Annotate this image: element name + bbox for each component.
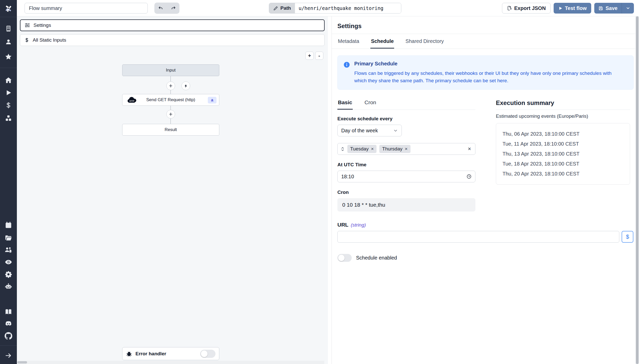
tab-metadata[interactable]: Metadata [337, 34, 360, 49]
zoom-out-label: - [318, 53, 320, 59]
schedule-enabled-label: Schedule enabled [356, 255, 397, 261]
execution-summary: Execution summary Estimated upcoming eve… [496, 99, 630, 212]
collapse-arrow-icon[interactable] [5, 352, 12, 359]
settings-panel: Settings Metadata Schedule Shared Direct… [332, 16, 639, 364]
info-icon [343, 61, 350, 68]
schedule-mode-tabs: Basic Cron [337, 99, 475, 110]
all-static-inputs-label: All Static Inputs [33, 37, 66, 43]
flow-summary-input[interactable] [25, 3, 148, 14]
upcoming-events-box: Thu, 06 Apr 2023, 18:10:00 CEST Tue, 11 … [496, 123, 630, 185]
tag-label: Thursday [382, 146, 402, 152]
utc-time-label: At UTC Time [337, 162, 475, 168]
horizontal-scrollbar[interactable] [17, 361, 324, 364]
audit-logs-eye-icon[interactable] [5, 258, 13, 266]
variables-dollar-icon[interactable] [5, 102, 12, 109]
undo-button[interactable] [154, 3, 167, 14]
event-row: Thu, 06 Apr 2023, 18:10:00 CEST [503, 129, 626, 139]
dollar-icon [24, 38, 29, 43]
sliders-icon [25, 22, 30, 28]
add-step-button[interactable] [166, 110, 175, 119]
cron-label: Cron [337, 190, 475, 195]
error-handler-label: Error handler [135, 351, 166, 357]
weekday-multiselect[interactable]: Tuesday × Thursday × × [337, 143, 475, 155]
all-static-inputs-item[interactable]: All Static Inputs [20, 34, 325, 46]
http-cloud-icon: HTTP [127, 97, 137, 104]
save-dropdown-button[interactable] [622, 3, 634, 14]
bug-icon [126, 351, 132, 357]
clock-icon [466, 174, 472, 179]
topbar: Path Export JSON Test flow Save [17, 0, 639, 16]
cron-expression: 0 10 18 * * tue,thu [337, 198, 475, 212]
frequency-select[interactable]: Day of the week [337, 125, 402, 136]
export-json-label: Export JSON [514, 5, 546, 11]
workers-robot-icon[interactable] [5, 283, 12, 290]
trigger-bolt-button[interactable] [181, 81, 190, 90]
undo-icon [158, 5, 164, 11]
event-row: Thu, 20 Apr 2023, 18:10:00 CEST [503, 169, 626, 179]
discord-icon[interactable] [5, 320, 13, 328]
zoom-out-button[interactable]: - [315, 52, 323, 60]
schedules-calendar-icon[interactable] [5, 221, 12, 229]
time-input[interactable]: 18:10 [337, 171, 475, 182]
remove-tag-button[interactable]: × [405, 146, 407, 152]
panel-title: Settings [332, 16, 639, 34]
flow-settings-item[interactable]: Settings [20, 19, 325, 31]
tab-shared-directory[interactable]: Shared Directory [405, 34, 444, 49]
execution-summary-title: Execution summary [496, 99, 630, 110]
tag-tuesday: Tuesday × [347, 145, 376, 153]
chevron-down-icon [626, 6, 630, 10]
export-json-button[interactable]: Export JSON [502, 3, 551, 14]
remove-tag-button[interactable]: × [371, 146, 374, 152]
url-label: URL [337, 222, 348, 228]
error-handler-node[interactable]: Error handler [122, 347, 219, 360]
home-icon[interactable] [5, 77, 12, 84]
http-step-node[interactable]: HTTP Send GET Request (http) a [122, 94, 219, 106]
add-step-button[interactable] [166, 81, 175, 90]
play-icon [558, 6, 563, 10]
tab-schedule[interactable]: Schedule [370, 34, 394, 49]
runs-play-icon[interactable] [5, 89, 12, 96]
resources-cubes-icon[interactable] [5, 115, 12, 122]
tag-thursday: Thursday × [379, 145, 410, 153]
input-node[interactable]: Input [122, 64, 219, 76]
tab-basic[interactable]: Basic [337, 99, 353, 110]
error-handler-toggle[interactable] [200, 350, 215, 358]
result-node[interactable]: Result [122, 124, 219, 136]
primary-schedule-alert: Primary Schedule Flows can be triggered … [337, 55, 634, 90]
schedule-enabled-toggle[interactable] [337, 254, 352, 262]
github-icon[interactable] [5, 332, 13, 340]
path-field-group: Path [269, 3, 401, 14]
path-label: Path [280, 5, 291, 11]
svg-text:HTTP: HTTP [130, 100, 134, 102]
windmill-logo-icon[interactable] [4, 4, 13, 13]
workspace-building-icon[interactable] [5, 25, 12, 32]
save-button[interactable]: Save [594, 3, 622, 14]
path-badge[interactable]: Path [269, 3, 295, 13]
clear-all-button[interactable]: × [467, 146, 472, 152]
zoom-in-label: + [308, 53, 311, 59]
folders-icon[interactable] [5, 234, 12, 242]
pencil-icon [273, 6, 278, 11]
flow-canvas[interactable]: Settings All Static Inputs + - Input HTT… [17, 16, 328, 364]
favorites-star-icon[interactable] [5, 53, 12, 61]
step-id-badge: a [208, 97, 216, 103]
settings-gear-icon[interactable] [5, 271, 12, 278]
zoom-in-button[interactable]: + [305, 52, 314, 60]
save-icon [598, 6, 603, 11]
redo-button[interactable] [167, 3, 179, 14]
path-input[interactable] [295, 3, 401, 13]
vertical-scrollbar[interactable] [635, 16, 639, 364]
alert-body: Flows can be triggered by any schedules,… [354, 70, 625, 84]
redo-icon [170, 5, 176, 11]
plus-icon [168, 112, 173, 116]
url-input[interactable] [337, 231, 619, 243]
user-icon[interactable] [5, 38, 12, 45]
groups-gear-icon[interactable] [5, 246, 13, 254]
docs-book-icon[interactable] [5, 308, 12, 316]
variable-picker-button[interactable]: $ [622, 231, 633, 243]
test-flow-label: Test flow [565, 5, 587, 11]
time-value: 18:10 [341, 174, 354, 180]
alert-title: Primary Schedule [354, 61, 625, 67]
tab-cron[interactable]: Cron [364, 99, 377, 110]
test-flow-button[interactable]: Test flow [554, 3, 591, 14]
